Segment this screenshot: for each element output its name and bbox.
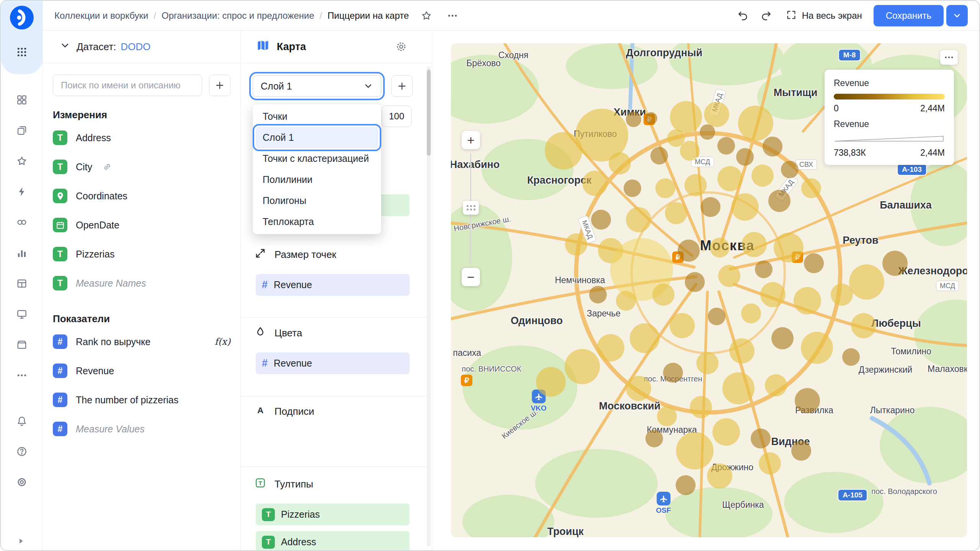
map-bubble[interactable]	[630, 323, 660, 353]
map-bubble[interactable]	[768, 190, 791, 212]
field-item[interactable]: OpenDate	[43, 210, 240, 240]
rail-notifications-button[interactable]	[10, 409, 34, 434]
field-item[interactable]: #Measure Values	[43, 414, 240, 443]
map-bubble[interactable]	[676, 475, 696, 495]
shelf-field-pill[interactable]: TPizzerias	[256, 504, 410, 525]
map-bubble[interactable]	[685, 272, 705, 292]
map-bubble[interactable]	[708, 308, 725, 325]
dataset-header[interactable]: Датасет: DODO	[43, 31, 240, 63]
rail-apps-grid-button[interactable]	[10, 41, 34, 64]
map-bubble[interactable]	[690, 396, 712, 418]
layer-menu-item[interactable]: Полигоны	[253, 190, 381, 211]
zoom-slider-handle[interactable]	[463, 201, 479, 215]
map-bubble[interactable]	[710, 238, 730, 258]
map-bubble[interactable]	[616, 291, 636, 311]
map-bubble[interactable]	[751, 429, 771, 448]
map-bubble[interactable]	[717, 137, 735, 155]
map-bubble[interactable]	[771, 327, 794, 349]
datalens-logo-icon[interactable]	[10, 5, 34, 30]
rail-collections-button[interactable]	[10, 88, 34, 113]
map-bubble[interactable]	[742, 232, 767, 257]
field-item[interactable]: TAddress	[43, 123, 240, 152]
map-bubble[interactable]	[665, 202, 687, 224]
rail-more-button[interactable]	[10, 364, 34, 388]
map-bubble[interactable]	[765, 374, 787, 396]
undo-icon[interactable]	[735, 7, 751, 24]
map-bubble[interactable]	[842, 348, 860, 366]
rail-favorites-button[interactable]	[10, 150, 34, 174]
map-bubble[interactable]	[545, 132, 582, 170]
save-options-button[interactable]	[946, 5, 968, 26]
map-bubble[interactable]	[645, 112, 657, 124]
map-bubble[interactable]	[696, 352, 719, 374]
map-bubble[interactable]	[704, 102, 729, 127]
map-bubble[interactable]	[729, 338, 755, 364]
map-bubble[interactable]	[650, 147, 668, 165]
layer-menu-item[interactable]: Точки	[253, 106, 381, 127]
map-bubble[interactable]	[755, 261, 773, 278]
map-bubble[interactable]	[717, 166, 743, 191]
rail-dashboards-button[interactable]	[10, 303, 34, 327]
map-bubble[interactable]	[851, 313, 876, 338]
map-bubble[interactable]	[882, 251, 908, 276]
map-bubble[interactable]	[731, 193, 759, 221]
map-bubble[interactable]	[626, 112, 641, 127]
field-item[interactable]: #Rank по выручкеf(x)	[43, 327, 240, 356]
map-bubble[interactable]	[707, 463, 732, 489]
map-bubble[interactable]	[624, 179, 641, 197]
map-bubble[interactable]	[736, 148, 754, 166]
breadcrumb-item[interactable]: Организации: спрос и предложение	[162, 10, 314, 21]
layer-select[interactable]: Слой 1	[253, 75, 381, 97]
map-bubble[interactable]	[701, 197, 720, 217]
more-actions-icon[interactable]	[444, 7, 461, 24]
map-bubble[interactable]	[751, 165, 774, 187]
map-bubble[interactable]	[684, 174, 707, 196]
map-bubble[interactable]	[722, 372, 755, 404]
map-bubble[interactable]	[655, 178, 675, 198]
map-more-button[interactable]	[940, 50, 958, 65]
map-bubble[interactable]	[774, 233, 804, 262]
zoom-out-button[interactable]: −	[462, 268, 480, 286]
rail-workbooks-button[interactable]	[10, 119, 34, 143]
field-item[interactable]: #Revenue	[43, 356, 240, 385]
chart-settings-gear-icon[interactable]	[395, 41, 407, 53]
map-bubble[interactable]	[652, 284, 675, 306]
field-search-input[interactable]	[53, 75, 202, 96]
redo-icon[interactable]	[758, 7, 774, 24]
map-bubble[interactable]	[759, 452, 781, 474]
scrollbar-thumb[interactable]	[427, 70, 431, 156]
save-button[interactable]: Сохранить	[874, 5, 944, 26]
field-item[interactable]: #The number of pizzerias	[43, 385, 240, 414]
map-bubble[interactable]	[791, 441, 811, 461]
rail-charts-button[interactable]	[10, 241, 34, 266]
expand-rail-icon[interactable]	[15, 536, 26, 548]
map-bubble[interactable]	[582, 171, 608, 196]
breadcrumb-item[interactable]: Пиццерии на карте	[328, 10, 409, 21]
layer-opacity-input[interactable]: 100	[382, 106, 412, 127]
shelf-field-pill[interactable]: #Revenue	[256, 274, 410, 296]
shelf-field-pill[interactable]: TAddress	[256, 531, 410, 551]
dataset-name-link[interactable]: DODO	[121, 41, 150, 53]
map-bubble[interactable]	[626, 207, 651, 232]
rail-help-button[interactable]	[10, 440, 34, 465]
map-bubble[interactable]	[700, 124, 715, 140]
map-bubble[interactable]	[565, 349, 600, 384]
field-item[interactable]: TMeasure Names	[43, 269, 240, 298]
map-bubble[interactable]	[678, 240, 700, 262]
map-bubble[interactable]	[849, 264, 884, 300]
rail-settings-button[interactable]	[10, 471, 34, 495]
map-bubble[interactable]	[565, 233, 587, 256]
map-bubble[interactable]	[676, 432, 714, 469]
map-bubble[interactable]	[801, 332, 833, 364]
add-layer-button[interactable]	[391, 75, 413, 97]
zoom-in-button[interactable]: +	[462, 131, 480, 149]
map-bubble[interactable]	[667, 129, 685, 147]
map-bubble[interactable]	[738, 106, 773, 141]
map-bubble[interactable]	[597, 334, 624, 362]
field-item[interactable]: Coordinates	[43, 181, 240, 210]
map-bubble[interactable]	[794, 287, 821, 315]
map-bubble[interactable]	[670, 313, 695, 338]
map-bubble[interactable]	[670, 101, 702, 133]
map-bubble[interactable]	[741, 303, 761, 323]
map-bubble[interactable]	[718, 265, 740, 287]
